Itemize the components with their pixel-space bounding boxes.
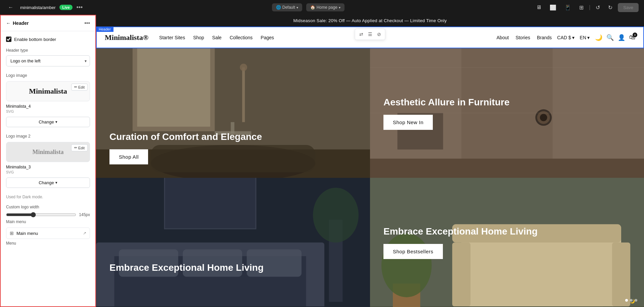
change-chevron-2-icon: ▾ [55,181,57,185]
top-bar-left: ← minimalista/amber Live ••• [5,3,83,12]
dot-moon[interactable]: 🌙 [630,299,633,302]
header-type-select[interactable]: Logo on the left Centered logo Logo on t… [6,55,90,66]
logo-edit-button-2[interactable]: ✏ Edit [71,144,88,151]
toolbar-move-button[interactable]: ⇄ [357,30,365,38]
lang-chevron-icon: ▾ [587,35,590,40]
right-canvas: Midseason Sale: 20% Off — Auto Applied a… [96,15,644,307]
logo-image-label: Logo image [6,73,90,78]
nav-stories[interactable]: Stories [515,35,530,40]
undo-button[interactable]: ↺ [593,3,603,12]
logo-meta-name-2: Minimalista_3 [6,165,90,169]
svg-rect-16 [370,159,644,178]
header-section-label: Header [96,27,113,32]
tablet-icon-btn[interactable]: ⬜ [547,3,559,12]
svg-rect-24 [306,251,324,306]
logo-change-button-1[interactable]: Change ▾ [6,117,90,127]
back-button[interactable]: ← [5,3,16,12]
hero-title-1: Curation of Comfort and Elegance [109,131,262,143]
dot-1[interactable] [625,299,628,302]
hero-btn-3[interactable]: Shop Bestsellers [383,244,443,259]
cart-icon[interactable]: 🛍 0 [629,34,635,41]
hero-title-2: Aesthetic Allure in Furniture [383,96,509,108]
toolbar-settings-button[interactable]: ☰ [366,30,374,38]
panel-header: ← Header ••• [1,15,95,31]
dark-mode-note: Used for Dark mode. [6,195,90,199]
panel-back-button[interactable]: ← Header [6,20,29,26]
menu-item-row: ⊞ Main menu ↗ [6,227,90,239]
hero-panel-2: Aesthetic Allure in Furniture Shop New I… [370,48,644,178]
announcement-bar: Midseason Sale: 20% Off — Auto Applied a… [96,15,644,27]
website-preview: Midseason Sale: 20% Off — Auto Applied a… [96,15,644,307]
toolbar-remove-button[interactable]: ⊘ [375,30,383,38]
hero-panel-4: Embrace Exceptional Home Living Shop Bes… [370,178,644,307]
slider-dots: 🌙 [625,299,637,302]
logo-meta-type-2: SVG [6,170,90,174]
hero-content-2: Aesthetic Allure in Furniture Shop New I… [383,96,509,130]
logo-edit-button-1[interactable]: ✏ Edit [71,84,88,91]
homepage-button[interactable]: 🏠 Home page ▾ [306,3,344,11]
menu-grid-icon: ⊞ [10,231,14,236]
logo-preview-box-1: Minimalista ✏ Edit [6,81,90,101]
header-type-label: Header type [6,48,90,53]
svg-rect-4 [137,48,210,127]
enable-border-row: Enable bottom border [6,37,90,42]
layout-icon-btn[interactable]: ⊞ [577,3,586,12]
logo-change-button-2[interactable]: Change ▾ [6,177,90,188]
dark-mode-toggle-icon[interactable]: 🌙 [595,34,602,41]
menu-sub-label: Menu [6,241,90,246]
svg-rect-35 [612,242,630,306]
hero-btn-1[interactable]: Shop All [109,149,148,164]
currency-selector[interactable]: CAD $ ▾ [557,35,574,40]
menu-item-label: Main menu [16,231,80,236]
main-menu-label: Main menu [6,219,90,224]
mobile-icon-btn[interactable]: 📱 [562,3,574,12]
logo-preview-box-2: Minimalista ✏ Edit [6,142,90,162]
hero-panel-1: Curation of Comfort and Elegance Shop Al… [96,48,370,178]
hero-area: Curation of Comfort and Elegance Shop Al… [96,48,644,307]
enable-border-checkbox[interactable] [6,37,11,42]
more-button[interactable]: ••• [77,4,83,11]
logo-meta-name-1: Minimalista_4 [6,104,90,109]
hero-content-4: Embrace Exceptional Home Living Shop Bes… [383,225,538,259]
header-type-select-wrapper: Logo on the left Centered logo Logo on t… [6,55,90,66]
nav-collections[interactable]: Collections [230,35,252,40]
hero-content-3: Embrace Exceptional Home Living [109,262,264,294]
nav-pages[interactable]: Pages [261,35,274,40]
logo-preview-text-2: Minimalista [33,149,64,156]
svg-point-30 [313,188,359,242]
hero-title-4: Embrace Exceptional Home Living [383,225,538,237]
logo-width-slider[interactable] [6,212,76,217]
header-icons: 🌙 🔍 👤 🛍 0 [595,34,635,41]
desktop-icon-btn[interactable]: 🖥 [534,3,544,12]
dot-3[interactable] [635,299,637,302]
account-icon[interactable]: 👤 [618,34,625,41]
top-bar-right: 🖥 ⬜ 📱 ⊞ | ↺ ↻ Save [534,3,639,12]
hero-title-3: Embrace Exceptional Home Living [109,262,264,273]
back-arrow-icon: ← [6,20,11,26]
nav-sale[interactable]: Sale [212,35,222,40]
panel-more-button[interactable]: ••• [84,20,90,26]
default-button[interactable]: 🌐 Default ▾ [272,3,302,11]
header-right-nav: About Stories Brands [497,35,552,40]
currency-chevron-icon: ▾ [572,35,574,40]
nav-about[interactable]: About [497,35,509,40]
search-icon[interactable]: 🔍 [606,34,614,41]
nav-starter-sites[interactable]: Starter Sites [159,35,185,40]
custom-logo-width-label: Custom logo width [6,205,90,209]
main-layout: ← Header ••• Enable bottom border Header… [0,15,644,307]
menu-external-icon: ↗ [83,231,86,236]
main-nav: Starter Sites Shop Sale Collections Page… [159,35,497,40]
logo-text: Minimalista® [105,33,148,42]
nav-shop[interactable]: Shop [193,35,204,40]
svg-point-8 [240,64,247,71]
nav-brands[interactable]: Brands [537,35,552,40]
language-selector[interactable]: EN ▾ [580,35,590,40]
logo-width-value: 145px [79,212,90,217]
site-name: minimalista/amber [20,5,55,10]
enable-border-label: Enable bottom border [14,37,56,42]
site-header[interactable]: Header ⇄ ☰ ⊘ Minimalista® Starter Sites … [96,27,644,48]
save-button[interactable]: Save [618,3,639,12]
redo-button[interactable]: ↻ [605,3,615,12]
logo-preview-text-1: Minimalista [29,87,67,96]
hero-btn-2[interactable]: Shop New In [383,115,433,130]
